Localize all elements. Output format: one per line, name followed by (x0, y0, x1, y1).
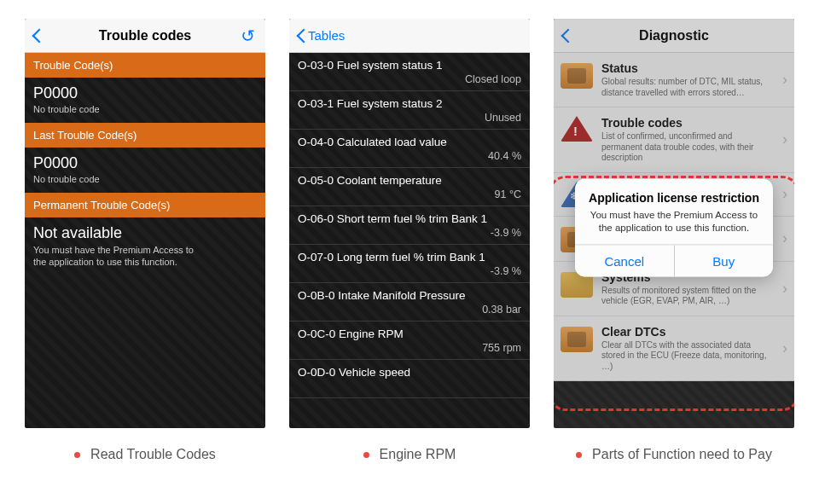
caption: Engine RPM (289, 447, 530, 462)
row-label: O-0B-0 Intake Manifold Pressure (298, 289, 521, 302)
clear-icon (561, 327, 593, 352)
screen-diagnostic: Diagnostic StatusGlobal results: number … (554, 19, 794, 428)
status-icon (561, 63, 593, 89)
code-value: Not available (33, 224, 257, 242)
alert-dialog: Application license restriction You must… (575, 179, 773, 277)
row-label: O-03-0 Fuel system status 1 (298, 59, 521, 72)
trouble-code-row[interactable]: P0000 No trouble code (25, 78, 265, 123)
alert-title: Application license restriction (587, 191, 761, 205)
alert-buy-button[interactable]: Buy (674, 245, 774, 276)
screen-trouble-codes: Trouble codes ↻ Trouble Code(s) P0000 No… (25, 19, 265, 428)
caption: Read Trouble Codes (25, 447, 265, 462)
screen-tables: Tables O-03-0 Fuel system status 1Closed… (289, 19, 530, 428)
diag-desc: Clear all DTCs with the associated data … (601, 340, 774, 373)
bullet-icon (576, 452, 582, 458)
diag-title: Status (601, 61, 774, 75)
row-value: Closed loop (298, 73, 521, 87)
navbar: Diagnostic (554, 19, 794, 53)
chevron-right-icon: › (782, 280, 787, 298)
row-label: O-0D-0 Vehicle speed (298, 366, 521, 379)
section-header: Trouble Code(s) (25, 53, 265, 78)
code-desc: No trouble code (33, 104, 257, 114)
row-value: -3.9 % (298, 227, 521, 240)
warning-triangle-icon (561, 116, 593, 142)
chevron-left-icon (296, 27, 306, 44)
diag-title: Clear DTCs (601, 325, 774, 339)
caption: Parts of Function need to Pay (554, 447, 794, 462)
chevron-right-icon: › (782, 71, 787, 89)
table-row[interactable]: O-04-0 Calculated load value40.4 % (289, 130, 530, 168)
alert-cancel-button[interactable]: Cancel (575, 245, 674, 276)
nav-title: Diagnostic (554, 28, 794, 43)
table-row[interactable]: O-03-0 Fuel system status 1Closed loop (289, 53, 530, 91)
row-value: 91 °C (298, 188, 521, 202)
row-value (298, 380, 521, 394)
caption-text: Engine RPM (380, 447, 456, 462)
diag-desc: List of confirmed, unconfirmed and perma… (601, 131, 774, 164)
table-row[interactable]: O-07-0 Long term fuel % trim Bank 1-3.9 … (289, 245, 530, 283)
navbar: Tables (289, 19, 530, 53)
captions-row: Read Trouble Codes Engine RPM Parts of F… (22, 447, 797, 462)
row-label: O-0C-0 Engine RPM (298, 327, 521, 340)
row-label: O-03-1 Fuel system status 2 (298, 97, 521, 110)
table-row[interactable]: O-0C-0 Engine RPM755 rpm (289, 322, 530, 360)
bullet-icon (363, 452, 369, 458)
diagnostic-row[interactable]: StatusGlobal results: number of DTC, MIL… (554, 53, 794, 107)
back-label: Tables (308, 28, 345, 43)
nav-title: Trouble codes (25, 28, 265, 43)
chevron-right-icon: › (782, 130, 787, 148)
chevron-right-icon: › (782, 229, 787, 247)
row-label: O-05-0 Coolant temperature (298, 174, 521, 187)
diag-desc: Results of monitored system fitted on th… (601, 286, 774, 307)
chevron-right-icon: › (782, 339, 787, 357)
table-row[interactable]: O-0B-0 Intake Manifold Pressure0.38 bar (289, 283, 530, 322)
navbar: Trouble codes ↻ (25, 19, 265, 53)
trouble-code-row[interactable]: Not available You must have the Premium … (25, 217, 265, 277)
caption-text: Read Trouble Codes (90, 447, 216, 462)
row-value: -3.9 % (298, 265, 521, 279)
row-label: O-04-0 Calculated load value (298, 136, 521, 148)
code-body: You must have the Premium Access to the … (33, 244, 204, 269)
row-value: 755 rpm (298, 342, 521, 356)
diagnostic-row[interactable]: Clear DTCsClear all DTCs with the associ… (554, 316, 794, 382)
row-label: O-06-0 Short term fuel % trim Bank 1 (298, 212, 521, 225)
alert-message: You must have the Premium Access to the … (587, 209, 761, 235)
caption-text: Parts of Function need to Pay (592, 447, 772, 462)
bullet-icon (74, 452, 80, 458)
code-value: P0000 (33, 84, 257, 102)
section-header: Permanent Trouble Code(s) (25, 193, 265, 217)
row-value: 40.4 % (298, 150, 521, 164)
diagnostic-row[interactable]: Trouble codesList of confirmed, unconfir… (554, 107, 794, 173)
code-desc: No trouble code (33, 174, 257, 184)
table-row[interactable]: O-06-0 Short term fuel % trim Bank 1-3.9… (289, 206, 530, 245)
carbon-footer (554, 381, 794, 414)
back-button[interactable]: Tables (296, 27, 345, 44)
row-value: 0.38 bar (298, 304, 521, 317)
trouble-code-row[interactable]: P0000 No trouble code (25, 148, 265, 193)
table-row[interactable]: O-03-1 Fuel system status 2Unused (289, 91, 530, 130)
diag-desc: Global results: number of DTC, MIL statu… (601, 77, 774, 98)
table-row[interactable]: O-0D-0 Vehicle speed (289, 360, 530, 398)
diag-title: Trouble codes (601, 116, 774, 130)
chevron-right-icon: › (782, 185, 787, 203)
table-row[interactable]: O-05-0 Coolant temperature91 °C (289, 168, 530, 206)
row-label: O-07-0 Long term fuel % trim Bank 1 (298, 251, 521, 264)
refresh-button[interactable]: ↻ (237, 26, 258, 46)
row-value: Unused (298, 112, 521, 125)
section-header: Last Trouble Code(s) (25, 123, 265, 148)
code-value: P0000 (33, 154, 257, 172)
